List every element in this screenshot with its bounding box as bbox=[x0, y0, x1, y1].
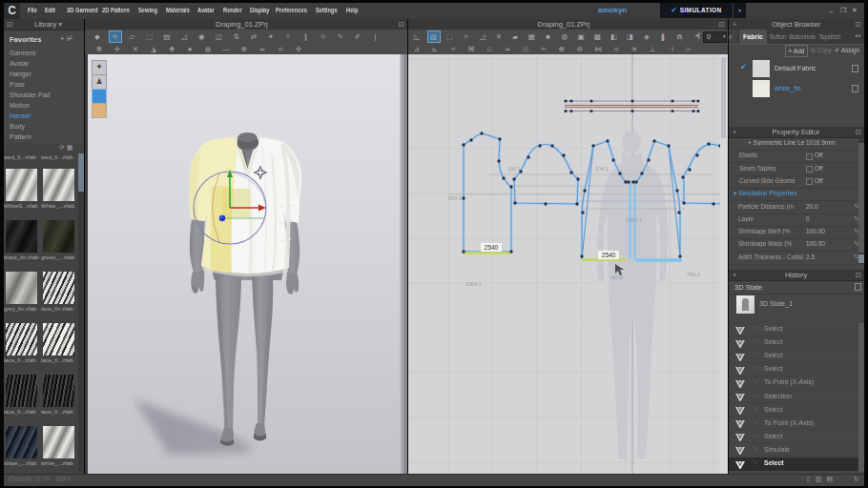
svg-text:759.3: 759.3 bbox=[687, 272, 700, 277]
svg-text:2540: 2540 bbox=[485, 244, 499, 251]
svg-text:1064.1: 1064.1 bbox=[465, 281, 482, 287]
svg-text:104.1: 104.1 bbox=[595, 166, 609, 172]
svg-text:1064.1: 1064.1 bbox=[626, 217, 642, 223]
svg-text:104.1: 104.1 bbox=[507, 166, 521, 172]
svg-text:2540: 2540 bbox=[602, 252, 616, 258]
svg-text:504.1: 504.1 bbox=[448, 195, 462, 201]
svg-text:50.0: 50.0 bbox=[611, 274, 623, 280]
